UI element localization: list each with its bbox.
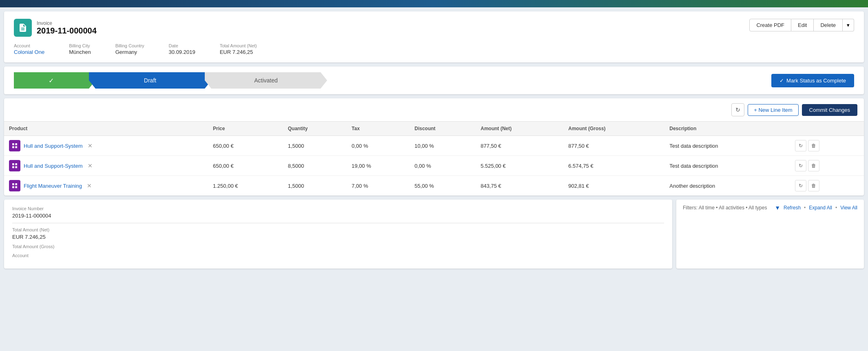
- activity-toolbar: Filters: All time • All activities • All…: [683, 204, 857, 211]
- cell-tax-1: 19,00 %: [347, 156, 410, 176]
- summary-total-net-label: Total Amount (Net): [12, 227, 664, 232]
- col-discount: Discount: [410, 122, 476, 136]
- status-step-activated[interactable]: Activated: [205, 72, 327, 89]
- summary-account-label: Account: [12, 253, 664, 258]
- remove-product-button-1[interactable]: ✕: [86, 162, 94, 170]
- product-name-2[interactable]: Flight Maneuver Training: [24, 183, 82, 189]
- activity-view-all-link[interactable]: View All: [840, 205, 857, 211]
- meta-billing-country: Billing Country Germany: [115, 43, 144, 55]
- refresh-line-items-button[interactable]: ↻: [731, 103, 744, 116]
- date-value: 30.09.2019: [169, 49, 195, 55]
- cell-tax-0: 0,00 %: [347, 136, 410, 156]
- product-icon-2: [9, 180, 20, 191]
- refresh-row-icon-2: ↻: [799, 183, 803, 189]
- separator-dot-2: •: [835, 205, 837, 211]
- invoice-title-block: Invoice 2019-11-000004: [37, 20, 97, 36]
- mark-complete-button[interactable]: ✓ Mark Status as Complete: [771, 74, 854, 87]
- grid-icon: [11, 142, 18, 149]
- account-value[interactable]: Colonial One: [14, 49, 44, 55]
- cell-amount-gross-1: 6.574,75 €: [563, 156, 664, 176]
- row-refresh-button-0[interactable]: ↻: [795, 140, 806, 151]
- meta-total-net: Total Amount (Net) EUR 7.246,25: [220, 43, 257, 55]
- summary-invoice-number-label: Invoice Number: [12, 206, 664, 211]
- row-refresh-button-2[interactable]: ↻: [795, 180, 806, 191]
- total-net-label: Total Amount (Net): [220, 43, 257, 48]
- activity-expand-all-link[interactable]: Expand All: [809, 205, 832, 211]
- status-step-draft[interactable]: Draft: [89, 72, 211, 89]
- check-icon: ✓: [779, 78, 784, 84]
- cell-amount-net-0: 877,50 €: [476, 136, 563, 156]
- cell-tax-2: 7,00 %: [347, 176, 410, 196]
- billing-city-value: München: [69, 49, 91, 55]
- delete-button[interactable]: Delete: [814, 19, 843, 31]
- product-name-1[interactable]: Hull and Support-System: [24, 163, 83, 169]
- new-line-item-button[interactable]: + New Line Item: [748, 104, 798, 116]
- cell-product-0: Hull and Support-System ✕: [4, 136, 208, 156]
- product-icon-1: [9, 160, 20, 171]
- activity-filters: Filters: All time • All activities • All…: [683, 205, 767, 211]
- summary-total-gross: Total Amount (Gross): [12, 244, 664, 249]
- summary-total-net: Total Amount (Net) EUR 7.246,25: [12, 227, 664, 240]
- create-pdf-button[interactable]: Create PDF: [749, 19, 791, 31]
- activated-label: Activated: [254, 77, 278, 84]
- summary-account: Account: [12, 253, 664, 258]
- cell-row-actions-0: ↻ 🗑: [790, 136, 864, 156]
- billing-country-value: Germany: [115, 49, 137, 55]
- checkmark-icon: ✓: [49, 77, 54, 84]
- product-icon-0: [9, 140, 20, 151]
- cell-product-1: Hull and Support-System ✕: [4, 156, 208, 176]
- cell-row-actions-2: ↻ 🗑: [790, 176, 864, 196]
- cell-quantity-1: 8,5000: [283, 156, 347, 176]
- table-row: Hull and Support-System ✕ 650,00 € 8,500…: [4, 156, 864, 176]
- col-product: Product: [4, 122, 208, 136]
- top-bar: [0, 0, 868, 7]
- date-label: Date: [169, 43, 195, 48]
- funnel-icon[interactable]: ▼: [775, 204, 780, 211]
- grid-icon: [11, 182, 18, 189]
- cell-amount-net-1: 5.525,00 €: [476, 156, 563, 176]
- row-delete-button-1[interactable]: 🗑: [808, 160, 819, 171]
- edit-button[interactable]: Edit: [791, 19, 814, 31]
- total-net-value: EUR 7.246,25: [220, 49, 253, 55]
- activity-card: Filters: All time • All activities • All…: [676, 200, 864, 269]
- summary-invoice-number: Invoice Number 2019-11-000004: [12, 206, 664, 219]
- cell-description-2: Another description: [664, 176, 790, 196]
- draft-label: Draft: [144, 77, 156, 84]
- grid-icon: [11, 162, 18, 169]
- cell-quantity-0: 1,5000: [283, 136, 347, 156]
- invoice-svg-icon: [18, 23, 28, 33]
- row-delete-button-0[interactable]: 🗑: [808, 140, 819, 151]
- remove-product-button-2[interactable]: ✕: [85, 182, 93, 190]
- line-items-body: Hull and Support-System ✕ 650,00 € 1,500…: [4, 136, 864, 196]
- summary-divider: [12, 223, 664, 223]
- invoice-icon-title: Invoice 2019-11-000004: [14, 19, 97, 37]
- row-delete-button-2[interactable]: 🗑: [808, 180, 819, 191]
- summary-invoice-number-value: 2019-11-000004: [12, 213, 664, 219]
- status-flow: ✓ Draft Activated ✓ Mark Status as Compl…: [14, 72, 854, 89]
- col-actions: [790, 122, 864, 136]
- mark-complete-label: Mark Status as Complete: [786, 78, 846, 84]
- col-quantity: Quantity: [283, 122, 347, 136]
- cell-row-actions-1: ↻ 🗑: [790, 156, 864, 176]
- activity-refresh-link[interactable]: Refresh: [784, 205, 801, 211]
- table-row: Flight Maneuver Training ✕ 1.250,00 € 1,…: [4, 176, 864, 196]
- invoice-actions: Create PDF Edit Delete ▾: [749, 19, 854, 31]
- cell-amount-gross-0: 877,50 €: [563, 136, 664, 156]
- product-name-0[interactable]: Hull and Support-System: [24, 143, 83, 149]
- row-refresh-button-1[interactable]: ↻: [795, 160, 806, 171]
- table-row: Hull and Support-System ✕ 650,00 € 1,500…: [4, 136, 864, 156]
- invoice-icon: [14, 19, 32, 37]
- cell-product-2: Flight Maneuver Training ✕: [4, 176, 208, 196]
- col-tax: Tax: [347, 122, 410, 136]
- invoice-card: Invoice 2019-11-000004 Create PDF Edit D…: [4, 11, 864, 62]
- cell-description-0: Test data description: [664, 136, 790, 156]
- commit-changes-button[interactable]: Commit Changes: [802, 104, 857, 116]
- invoice-label: Invoice: [37, 20, 97, 26]
- summary-total-gross-label: Total Amount (Gross): [12, 244, 664, 249]
- actions-dropdown-button[interactable]: ▾: [843, 19, 854, 31]
- refresh-row-icon-0: ↻: [799, 143, 803, 149]
- cell-description-1: Test data description: [664, 156, 790, 176]
- separator-dot-1: •: [804, 205, 806, 211]
- refresh-row-icon-1: ↻: [799, 163, 803, 169]
- remove-product-button-0[interactable]: ✕: [86, 142, 94, 150]
